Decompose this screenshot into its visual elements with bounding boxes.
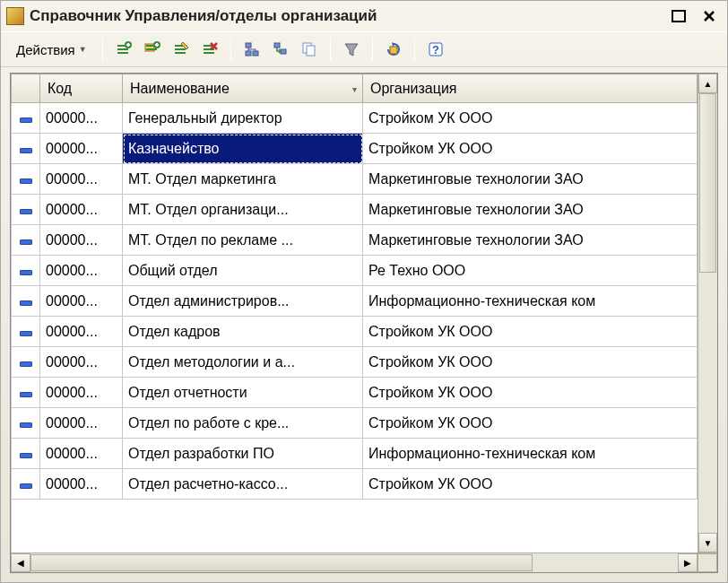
move-button[interactable] <box>267 36 294 63</box>
scroll-corner <box>698 553 717 572</box>
add-button[interactable] <box>110 36 137 63</box>
cell-org[interactable]: Маркетинговые технологии ЗАО <box>363 164 698 195</box>
cell-name[interactable]: Отдел администриров... <box>123 286 363 317</box>
column-header-org[interactable]: Организация <box>363 74 698 103</box>
cell-name[interactable]: Отдел отчетности <box>123 378 363 408</box>
table-row[interactable]: 00000...Отдел по работе с кре...Стройком… <box>12 408 698 439</box>
item-icon <box>20 483 32 489</box>
item-icon <box>20 270 32 275</box>
cell-org[interactable]: Стройком УК ООО <box>363 378 698 408</box>
scroll-track[interactable] <box>30 553 678 572</box>
cell-name[interactable]: Отдел методологии и а... <box>123 347 363 378</box>
cell-code[interactable]: 00000... <box>40 347 123 378</box>
scroll-down-button[interactable]: ▼ <box>698 533 717 553</box>
row-icon-cell <box>12 256 40 286</box>
scroll-thumb[interactable] <box>699 93 716 273</box>
cell-org[interactable]: Маркетинговые технологии ЗАО <box>363 225 698 256</box>
close-button[interactable] <box>697 5 722 27</box>
help-button[interactable]: ? <box>422 36 449 63</box>
table-row[interactable]: 00000...Отдел методологии и а...Стройком… <box>12 347 698 378</box>
cell-code[interactable]: 00000... <box>40 469 123 500</box>
svg-rect-29 <box>307 46 315 56</box>
cell-org[interactable]: Стройком УК ООО <box>363 469 698 500</box>
table-row[interactable]: 00000...Отдел разработки ПОИнформационно… <box>12 439 698 469</box>
cell-name[interactable]: МТ. Отдел маркетинга <box>123 164 363 195</box>
delete-button[interactable] <box>196 36 223 63</box>
cell-org[interactable]: Информационно-техническая ком <box>363 286 698 317</box>
scroll-track[interactable] <box>698 93 717 533</box>
refresh-button[interactable] <box>380 36 407 63</box>
column-header-name[interactable]: Наименование ▾ <box>123 74 363 103</box>
cell-code[interactable]: 00000... <box>40 286 123 317</box>
table-row[interactable]: 00000...МТ. Отдел организаци...Маркетинг… <box>12 195 698 225</box>
cell-name[interactable]: Отдел разработки ПО <box>123 439 363 469</box>
data-table: Код Наименование ▾ Организация 00000...Г… <box>11 74 698 500</box>
cell-org[interactable]: Стройком УК ООО <box>363 408 698 439</box>
hierarchy-button[interactable] <box>238 36 265 63</box>
column-header-icon[interactable] <box>12 74 40 103</box>
cell-org[interactable]: Стройком УК ООО <box>363 134 698 164</box>
titlebar: Справочник Управления/отделы организаций <box>1 1 727 31</box>
cell-name[interactable]: Отдел расчетно-кассо... <box>123 469 363 500</box>
horizontal-scrollbar[interactable]: ◀ ▶ <box>11 553 717 572</box>
table-row[interactable]: 00000...Отдел отчетностиСтройком УК ООО <box>12 378 698 408</box>
refresh-icon <box>385 40 403 58</box>
cell-code[interactable]: 00000... <box>40 164 123 195</box>
cell-code[interactable]: 00000... <box>40 103 123 134</box>
row-icon-cell <box>12 134 40 164</box>
cell-code[interactable]: 00000... <box>40 317 123 347</box>
table-row[interactable]: 00000...Генеральный директорСтройком УК … <box>12 103 698 134</box>
cell-name[interactable]: Генеральный директор <box>123 103 363 134</box>
cell-org[interactable]: Информационно-техническая ком <box>363 439 698 469</box>
svg-rect-8 <box>127 43 129 47</box>
cell-org[interactable]: Ре Техно ООО <box>363 256 698 286</box>
table-row[interactable]: 00000...МТ. Отдел по рекламе ...Маркетин… <box>12 225 698 256</box>
table-row[interactable]: 00000...КазначействоСтройком УК ООО <box>12 134 698 164</box>
cell-code[interactable]: 00000... <box>40 256 123 286</box>
add-icon <box>115 40 133 58</box>
cell-code[interactable]: 00000... <box>40 408 123 439</box>
cell-org[interactable]: Стройком УК ООО <box>363 317 698 347</box>
cell-code[interactable]: 00000... <box>40 225 123 256</box>
sort-indicator-icon: ▾ <box>352 83 357 93</box>
cell-org[interactable]: Маркетинговые технологии ЗАО <box>363 195 698 225</box>
scroll-left-button[interactable]: ◀ <box>11 553 30 572</box>
table-row[interactable]: 00000...Отдел кадровСтройком УК ООО <box>12 317 698 347</box>
maximize-button[interactable] <box>666 5 691 27</box>
actions-menu-button[interactable]: Действия ▼ <box>8 39 95 61</box>
cell-code[interactable]: 00000... <box>40 195 123 225</box>
table-row[interactable]: 00000...Общий отделРе Техно ООО <box>12 256 698 286</box>
cell-code[interactable]: 00000... <box>40 439 123 469</box>
window: Справочник Управления/отделы организаций… <box>0 0 728 583</box>
scroll-right-button[interactable]: ▶ <box>678 553 698 572</box>
scroll-up-button[interactable]: ▲ <box>698 74 717 93</box>
column-header-code[interactable]: Код <box>40 74 123 103</box>
separator <box>230 38 231 61</box>
table-row[interactable]: 00000...Отдел расчетно-кассо...Стройком … <box>12 469 698 500</box>
cell-name[interactable]: Отдел кадров <box>123 317 363 347</box>
edit-button[interactable] <box>168 36 195 63</box>
scroll-thumb[interactable] <box>30 554 533 571</box>
cell-name[interactable]: Казначейство <box>123 134 363 164</box>
table-row[interactable]: 00000...МТ. Отдел маркетингаМаркетинговы… <box>12 164 698 195</box>
cell-name[interactable]: МТ. Отдел организаци... <box>123 195 363 225</box>
cell-org[interactable]: Стройком УК ООО <box>363 103 698 134</box>
cell-name[interactable]: Отдел по работе с кре... <box>123 408 363 439</box>
cell-name[interactable]: МТ. Отдел по рекламе ... <box>123 225 363 256</box>
cell-org[interactable]: Стройком УК ООО <box>363 347 698 378</box>
grid-body[interactable]: Код Наименование ▾ Организация 00000...Г… <box>11 74 698 553</box>
delete-icon <box>201 40 219 58</box>
item-icon <box>20 361 32 367</box>
row-icon-cell <box>12 439 40 469</box>
item-icon <box>20 392 32 397</box>
copy-button[interactable] <box>296 36 323 63</box>
table-row[interactable]: 00000...Отдел администриров...Информацио… <box>12 286 698 317</box>
cell-name[interactable]: Общий отдел <box>123 256 363 286</box>
row-icon-cell <box>12 317 40 347</box>
row-icon-cell <box>12 469 40 500</box>
vertical-scrollbar[interactable]: ▲ ▼ <box>698 74 717 553</box>
add-group-button[interactable] <box>139 36 166 63</box>
cell-code[interactable]: 00000... <box>40 134 123 164</box>
cell-code[interactable]: 00000... <box>40 378 123 408</box>
filter-button[interactable] <box>338 36 365 63</box>
